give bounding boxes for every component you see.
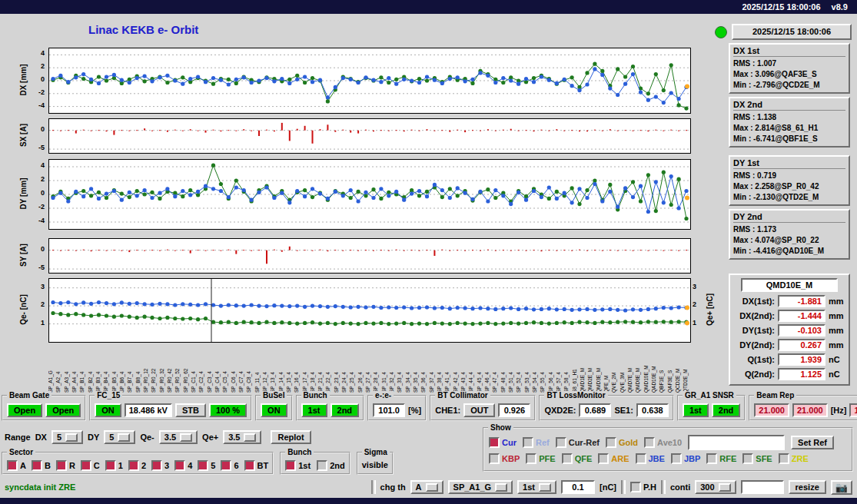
sector-5[interactable]: 5 [198,460,215,471]
fc15-stb-button[interactable]: STB [175,403,206,417]
ph-checkbox-item[interactable]: P.H [630,482,656,492]
resize-button[interactable]: resize [789,480,826,494]
che1-state-button[interactable]: OUT [463,403,495,417]
checkbox[interactable] [779,453,789,464]
ref-name-input[interactable] [688,435,785,450]
sector-b[interactable]: B [32,460,51,471]
show-are[interactable]: ARE [598,453,629,464]
checkbox[interactable] [671,453,682,464]
sector-bt[interactable]: BT [244,460,269,471]
bpm-select[interactable]: SP_A1_G [448,480,513,494]
beam-gate-open-1-button[interactable]: Open [7,403,42,417]
checkbox[interactable] [636,453,646,464]
checkbox[interactable] [198,460,208,471]
threshold-input[interactable]: 0.1 [561,480,595,494]
checkbox[interactable] [81,460,91,471]
checkbox-label: SFE [756,454,772,463]
dy-plot[interactable] [48,159,691,230]
sector-3[interactable]: 3 [151,460,169,471]
show-cur[interactable]: Cur [489,437,517,448]
show-jbp[interactable]: JBP [671,453,700,464]
checkbox[interactable] [742,453,753,464]
checkbox[interactable] [56,460,67,471]
sector-2[interactable]: 2 [128,460,146,471]
checkbox[interactable] [556,437,566,448]
show-zre[interactable]: ZRE [779,453,809,464]
range-qem-label: Qe- [140,433,154,442]
beam-gate-open-2-button[interactable]: Open [45,403,81,417]
sector-1[interactable]: 1 [105,460,123,471]
screenshot-camera-button[interactable]: 📷 [831,480,852,495]
bpm-label: SP_A1_G [48,343,54,393]
interval-select[interactable]: 300 [695,480,736,494]
max-value: Max : 2.258@SP_R0_42 [733,181,845,192]
checkbox[interactable] [7,460,18,471]
busel-on-button[interactable]: ON [261,403,287,417]
checkbox[interactable] [598,453,609,464]
checkbox[interactable] [32,460,42,471]
checkbox[interactable] [489,437,500,448]
range-dy-select[interactable]: 5 [104,430,135,444]
snsr-1st-button[interactable]: 1st [683,403,709,417]
show-ave10[interactable]: Ave10 [644,437,682,448]
fc15-on-button[interactable]: ON [95,403,121,417]
sector-c[interactable]: C [81,460,100,471]
checkbox[interactable] [630,482,641,492]
bunch-select[interactable]: 1st [517,480,556,494]
range-dx-select[interactable]: 5 [51,430,83,444]
sector-r[interactable]: R [56,460,75,471]
replot-button[interactable]: Replot [271,430,311,444]
checkbox[interactable] [706,453,717,464]
checkbox[interactable] [489,453,500,464]
checkbox[interactable] [128,460,139,471]
snsr-2nd-button[interactable]: 2nd [712,403,741,417]
sector-4[interactable]: 4 [174,460,192,471]
sector-6[interactable]: 6 [221,460,238,471]
qmd-value: -1.444 [778,310,825,322]
panel-title: DY 2nd [733,212,845,223]
checkbox[interactable] [174,460,185,471]
bpm-label: SP_32_4 [390,343,395,393]
checkbox[interactable] [644,437,655,448]
blank-entry[interactable] [741,480,784,494]
bunch-2nd[interactable]: 2nd [317,460,345,471]
checkbox[interactable] [606,437,616,448]
bpm-label: SP_C7_4 [239,343,244,393]
qxd2e-value: 0.689 [579,403,611,417]
qmd-unit: nC [829,370,845,379]
checkbox[interactable] [317,460,327,471]
show-cur-ref[interactable]: Cur-Ref [556,437,600,448]
dropdown-indicator-icon [495,483,507,492]
checkbox[interactable] [562,453,573,464]
bunch-1st[interactable]: 1st [285,460,311,471]
bunch-1st-button[interactable]: 1st [301,403,327,417]
set-ref-button[interactable]: Set Ref [791,436,834,449]
show-ref[interactable]: Ref [523,437,550,448]
show-qfe[interactable]: QFE [562,453,593,464]
bpm-label: S8_61_H1 [573,343,578,393]
show-kbp[interactable]: KBP [489,453,520,464]
group-title: BT Collimator [435,391,490,400]
show-pfe[interactable]: PFE [526,453,555,464]
checkbox[interactable] [151,460,162,471]
sx-plot[interactable] [48,118,691,154]
qe-plot[interactable] [48,278,691,343]
range-qep-select[interactable]: 3.5 [223,430,261,444]
checkbox[interactable] [105,460,116,471]
checkbox[interactable] [285,460,296,471]
sector-select[interactable]: A [410,480,443,494]
bunch-2nd-button[interactable]: 2nd [331,403,360,417]
range-qem-select[interactable]: 3.5 [159,430,198,444]
show-jbe[interactable]: JBE [636,453,665,464]
sector-a[interactable]: A [7,460,26,471]
show-sfe[interactable]: SFE [742,453,772,464]
checkbox[interactable] [523,437,533,448]
sy-plot[interactable] [48,238,691,274]
separator [661,480,666,494]
dx-plot[interactable] [48,48,691,114]
show-gold[interactable]: Gold [606,437,638,448]
show-rfe[interactable]: RFE [706,453,736,464]
checkbox[interactable] [526,453,536,464]
checkbox[interactable] [221,460,231,471]
checkbox[interactable] [244,460,255,471]
